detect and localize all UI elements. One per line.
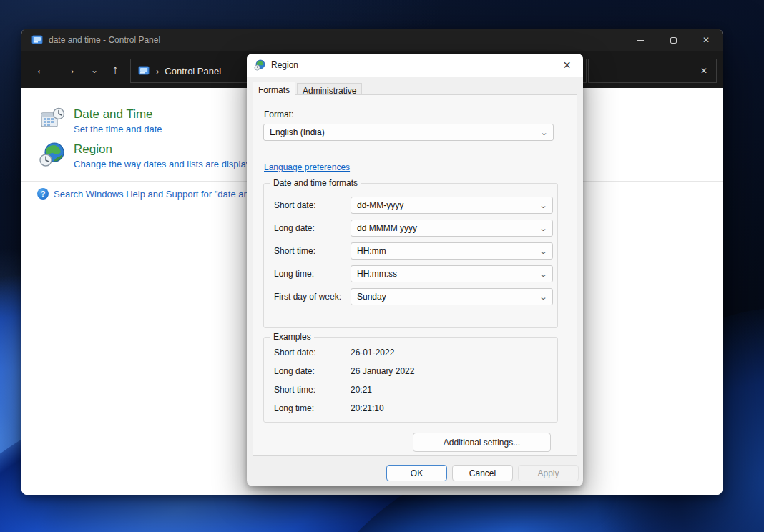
tab-formats[interactable]: Formats (253, 82, 295, 99)
first-day-of-week-dropdown[interactable]: Sunday ⌄ (351, 288, 553, 305)
titlebar[interactable]: date and time - Control Panel ✕ (21, 29, 723, 51)
list-item-region: Region Change the way dates and lists ar… (39, 142, 255, 169)
long-date-dropdown[interactable]: dd MMMM yyyy ⌄ (351, 220, 553, 237)
close-icon: ✕ (702, 35, 710, 45)
example-short-date-label: Short date: (274, 348, 316, 358)
region-link[interactable]: Region (74, 142, 255, 157)
up-button[interactable]: ↑ (104, 59, 127, 82)
example-long-time-label: Long time: (274, 403, 314, 413)
region-icon (39, 142, 65, 169)
chevron-down-icon: ⌄ (539, 247, 547, 256)
apply-button: Apply (518, 465, 579, 481)
help-icon: ? (37, 188, 49, 200)
maximize-button[interactable] (657, 29, 690, 51)
help-search-link[interactable]: Search Windows Help and Support for "dat… (54, 189, 254, 200)
breadcrumb-chevron-icon: › (156, 66, 159, 77)
examples-group: Examples Short date: 26-01-2022 Long dat… (263, 337, 558, 423)
example-long-date-label: Long date: (274, 366, 315, 376)
breadcrumb[interactable]: Control Panel (165, 66, 221, 77)
date-time-formats-group: Date and time formats Short date: dd-MM-… (263, 183, 558, 328)
close-button[interactable]: ✕ (690, 29, 723, 51)
region-dialog: Region ✕ Formats Administrative Format: … (247, 54, 583, 486)
control-panel-icon (138, 65, 150, 77)
close-icon: ✕ (563, 59, 572, 71)
dialog-titlebar[interactable]: Region ✕ (247, 54, 583, 77)
dialog-close-button[interactable]: ✕ (551, 54, 583, 77)
dialog-title: Region (271, 60, 298, 70)
long-date-value: dd MMMM yyyy (357, 223, 417, 233)
date-and-time-icon (39, 107, 65, 134)
maximize-icon (670, 37, 677, 44)
region-subtitle-link[interactable]: Change the way dates and lists are displ… (74, 159, 255, 169)
minimize-icon (637, 40, 644, 41)
short-date-value: dd-MM-yyyy (357, 200, 403, 210)
format-dropdown[interactable]: English (India) ⌄ (263, 124, 554, 141)
window-title: date and time - Control Panel (49, 35, 160, 45)
cancel-button[interactable]: Cancel (452, 465, 513, 481)
group-title: Examples (270, 332, 314, 342)
recent-pages-button[interactable]: ⌄ (83, 59, 106, 82)
search-input[interactable]: ✕ (588, 59, 717, 83)
long-time-value: HH:mm:ss (357, 269, 397, 279)
first-day-of-week-label: First day of week: (274, 292, 341, 302)
example-short-date-value: 26-01-2022 (351, 348, 394, 358)
back-button[interactable]: ← (30, 59, 53, 82)
desktop: { "main_window": { "title": "date and ti… (0, 0, 764, 532)
short-time-dropdown[interactable]: HH:mm ⌄ (351, 242, 553, 260)
date-and-time-link[interactable]: Date and Time (74, 107, 162, 122)
group-title: Date and time formats (270, 178, 361, 188)
up-icon: ↑ (112, 63, 119, 77)
language-preferences-link[interactable]: Language preferences (264, 162, 350, 172)
clear-search-icon[interactable]: ✕ (700, 66, 707, 76)
minimize-button[interactable] (624, 29, 657, 51)
long-time-label: Long time: (274, 269, 314, 279)
format-label: Format: (264, 109, 293, 119)
help-search-row: ? Search Windows Help and Support for "d… (37, 188, 254, 200)
short-time-value: HH:mm (357, 246, 386, 256)
chevron-down-icon: ⌄ (539, 128, 548, 137)
formats-tab-page: Format: English (India) ⌄ Language prefe… (253, 94, 577, 456)
long-date-label: Long date: (274, 223, 315, 233)
example-long-date-value: 26 January 2022 (351, 366, 414, 376)
forward-button[interactable]: → (59, 59, 82, 82)
example-short-time-value: 20:21 (351, 385, 372, 395)
back-icon: ← (36, 63, 48, 77)
short-date-label: Short date: (274, 200, 316, 210)
control-panel-icon (31, 34, 43, 46)
set-time-and-date-link[interactable]: Set the time and date (74, 124, 162, 134)
dialog-footer: OK Cancel Apply (247, 458, 583, 486)
example-short-time-label: Short time: (274, 385, 315, 395)
chevron-down-icon: ⌄ (539, 292, 547, 302)
caption-buttons: ✕ (624, 29, 723, 51)
example-long-time-value: 20:21:10 (351, 403, 384, 413)
short-time-label: Short time: (274, 246, 315, 256)
ok-button[interactable]: OK (386, 465, 447, 481)
first-day-of-week-value: Sunday (357, 292, 386, 302)
format-dropdown-value: English (India) (270, 127, 325, 137)
chevron-down-icon: ⌄ (539, 201, 547, 210)
chevron-down-icon: ⌄ (91, 65, 98, 75)
additional-settings-button[interactable]: Additional settings... (413, 433, 551, 452)
region-globe-icon (254, 59, 265, 71)
chevron-down-icon: ⌄ (539, 224, 547, 233)
long-time-dropdown[interactable]: HH:mm:ss ⌄ (351, 265, 553, 282)
forward-icon: → (64, 63, 77, 77)
chevron-down-icon: ⌄ (539, 270, 547, 279)
list-item-date-and-time: Date and Time Set the time and date (39, 107, 162, 134)
short-date-dropdown[interactable]: dd-MM-yyyy ⌄ (351, 197, 553, 214)
